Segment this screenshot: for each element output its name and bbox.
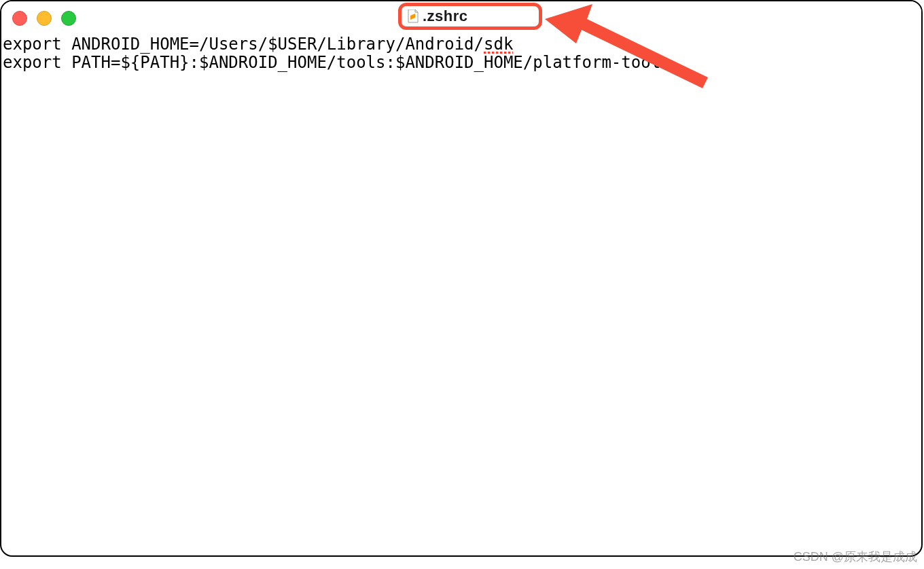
- tab-filename: .zshrc: [423, 7, 468, 25]
- file-tab[interactable]: .zshrc: [404, 7, 537, 26]
- sublime-file-icon: [408, 10, 419, 23]
- titlebar[interactable]: .zshrc: [1, 1, 921, 31]
- close-button[interactable]: [12, 11, 27, 26]
- minimize-button[interactable]: [37, 11, 52, 26]
- code-text: export ANDROID_HOME=/Users/$USER/Library…: [3, 35, 484, 54]
- editor-content[interactable]: export ANDROID_HOME=/Users/$USER/Library…: [1, 34, 921, 555]
- window-controls: [12, 11, 76, 26]
- spell-marked-word: sdk: [484, 35, 513, 54]
- maximize-button[interactable]: [61, 11, 76, 26]
- code-line-1: export ANDROID_HOME=/Users/$USER/Library…: [3, 35, 513, 54]
- code-line-2: export PATH=${PATH}:$ANDROID_HOME/tools:…: [3, 53, 671, 72]
- editor-window: .zshrc export ANDROID_HOME=/Users/$USER/…: [0, 0, 923, 557]
- watermark-text: CSDN @原来我是成成: [794, 549, 917, 565]
